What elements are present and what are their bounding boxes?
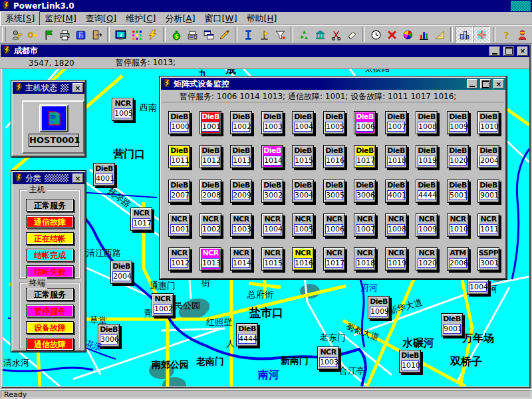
recycle-button[interactable] [296,27,312,43]
device-button-NCR-1001[interactable]: NCR1001 [168,213,190,237]
agent-button[interactable] [514,27,530,43]
device-button-DieB-2009[interactable]: DieB2009 [230,180,252,203]
bank-button[interactable] [312,27,328,43]
device-button-DieB-3006[interactable]: DieB3006 [354,180,376,203]
device-button-DieB-9001[interactable]: DieB9001 [477,180,499,203]
device-button-NCR-1002[interactable]: NCR1002 [200,213,221,237]
device-button-DieB-1018[interactable]: DieB1018 [385,145,407,168]
menu-item-M[interactable]: 监控[M] [40,12,80,25]
device-button-DieB-1019[interactable]: DieB1019 [416,145,438,168]
menu-item-S[interactable]: 系统[S] [0,11,40,26]
device-button-DieB-1011[interactable]: DieB1011 [168,145,190,168]
device-button-NCR-1014[interactable]: NCR1014 [230,247,252,271]
minimize-button[interactable] [489,47,500,56]
bar-chart-button[interactable] [416,27,432,43]
device-button-DieB-2008[interactable]: DieB2008 [200,180,221,203]
device-button-DieB-1017[interactable]: DieB1017 [354,145,376,168]
monitor-map-button[interactable] [112,27,128,43]
device-button-DieB-1002[interactable]: DieB1002 [230,111,252,134]
lightning-button[interactable] [144,27,160,43]
device-button-ATM-2006[interactable]: ATM2006 [447,247,469,271]
device-button-NCR-1002[interactable]: NCR1002 [152,293,174,317]
minimize-button[interactable] [467,79,477,88]
color-wheel-button[interactable] [400,27,416,43]
device-button-DieB-1016[interactable]: DieB1016 [323,145,345,168]
user-key-button[interactable] [9,27,25,43]
help-book-button[interactable]: h [72,27,88,43]
device-button-NCR-1006[interactable]: NCR1006 [323,213,345,237]
key-button[interactable] [25,27,41,43]
zone-view-button[interactable] [473,26,490,43]
host-status-titlebar[interactable]: 主机状态 × [13,82,84,94]
scissors-button[interactable] [328,27,344,43]
fax-button[interactable] [184,27,200,43]
legend-titlebar[interactable]: 分类 × [13,172,84,184]
money-bag-button[interactable]: $ [168,27,184,43]
device-button-DieB-1001[interactable]: DieB1001 [200,111,221,134]
device-button-DieB-3005[interactable]: DieB3005 [323,180,345,203]
device-button-SSPP-3001[interactable]: SSPP3001 [477,247,499,271]
paint-brush-button[interactable] [216,27,232,43]
device-button-DieB-5001[interactable]: DieB5001 [447,180,469,203]
device-button-NCR-1017[interactable]: NCR1017 [323,247,345,271]
city-map-titlebar[interactable]: 成都市 × [1,45,529,57]
device-button-DieB-1003[interactable]: DieB1003 [261,111,283,134]
device-button-DieB-1006[interactable]: DieB1006 [354,111,376,134]
toolbar-grip[interactable] [2,27,6,42]
clamp-tool-button[interactable] [240,27,256,43]
device-button-DieB-1020[interactable]: DieB1020 [447,145,469,168]
device-button-DieB-1013[interactable]: DieB1013 [230,145,252,168]
close-button[interactable]: × [493,79,504,88]
maximize-button[interactable] [503,47,514,56]
matrix-monitor-window[interactable]: 矩阵式设备监控 × 暂停服务: 1006 1014 1013; 通信故障: 10… [160,76,507,279]
menu-item-W[interactable]: 窗口[W] [200,12,241,25]
device-button-NCR-1012[interactable]: NCR1012 [168,247,190,271]
menu-item-H[interactable]: 帮助[H] [242,12,282,25]
set-square-button[interactable] [432,27,448,43]
filter-funnel-button[interactable] [272,27,288,43]
device-button-NCR-1004[interactable]: NCR1004 [261,213,283,237]
device-button-NCR-1008[interactable]: NCR1008 [385,213,407,237]
device-button-NCR-1018[interactable]: NCR1018 [354,247,376,271]
close-button[interactable]: × [72,174,83,183]
cascade-windows-button[interactable] [200,27,216,43]
device-button-DieB-1015[interactable]: DieB1015 [292,145,314,168]
device-button-DieB-1010[interactable]: DieB1010 [399,350,421,373]
device-button-DieB-2004[interactable]: DieB2004 [110,261,132,284]
device-button-NCR-1016[interactable]: NCR1016 [292,247,314,271]
device-button-NCR-1005[interactable]: NCR1005 [292,213,314,237]
host-status-window[interactable]: 主机状态 × HOST0001 [11,80,86,157]
device-button-DieB-2004[interactable]: DieB2004 [477,145,499,168]
device-button-NCR-1005[interactable]: NCR1005 [112,98,134,121]
device-button-NCR-1017[interactable]: NCR1017 [130,207,152,231]
device-button-DieB-9001[interactable]: DieB9001 [441,313,463,336]
device-button-DieB-1010[interactable]: DieB1010 [477,111,499,134]
help-button[interactable]: ? [498,27,514,43]
device-button-DieB-1014[interactable]: DieB1014 [261,145,283,168]
device-button-NCR-1003[interactable]: NCR1003 [230,213,252,237]
delete-x-button[interactable] [384,27,400,43]
device-button-NCR-1010[interactable]: NCR1010 [447,213,469,237]
close-button[interactable]: × [72,83,83,92]
maximize-button[interactable] [480,79,491,88]
host-device-button[interactable] [39,104,68,132]
device-button-NCR-1019[interactable]: NCR1019 [385,247,407,271]
exit-door-button[interactable] [88,27,104,43]
device-button-DieB-4001[interactable]: DieB4001 [385,180,407,203]
menu-item-C[interactable]: 维护[C] [121,12,160,25]
device-button-DieB-1007[interactable]: DieB1007 [385,111,407,134]
device-button-DieB-1008[interactable]: DieB1008 [416,111,438,134]
device-button-DieB-2007[interactable]: DieB2007 [168,180,190,203]
device-button-NCR-1011[interactable]: NCR1011 [477,213,499,237]
device-button-DieB-4001[interactable]: DieB4001 [93,163,115,186]
legend-window[interactable]: 分类 × 主机正常服务通信故障正在结帐结帐完成结帐失败终端正常服务暂停服务设备故… [11,171,86,352]
device-button-DieB-3002[interactable]: DieB3002 [261,180,283,203]
close-button[interactable]: × [517,47,528,56]
device-button-DieB-1000[interactable]: DieB1000 [168,111,190,134]
flag-button[interactable] [41,27,57,43]
device-button-NCR-1020[interactable]: NCR1020 [416,247,438,271]
device-button-NCR-1003[interactable]: NCR1003 [317,346,339,370]
device-button-NCR-1007[interactable]: NCR1007 [354,213,376,237]
matrix-grid-button[interactable] [128,27,144,43]
device-button-DieB-1005[interactable]: DieB1005 [323,111,345,134]
